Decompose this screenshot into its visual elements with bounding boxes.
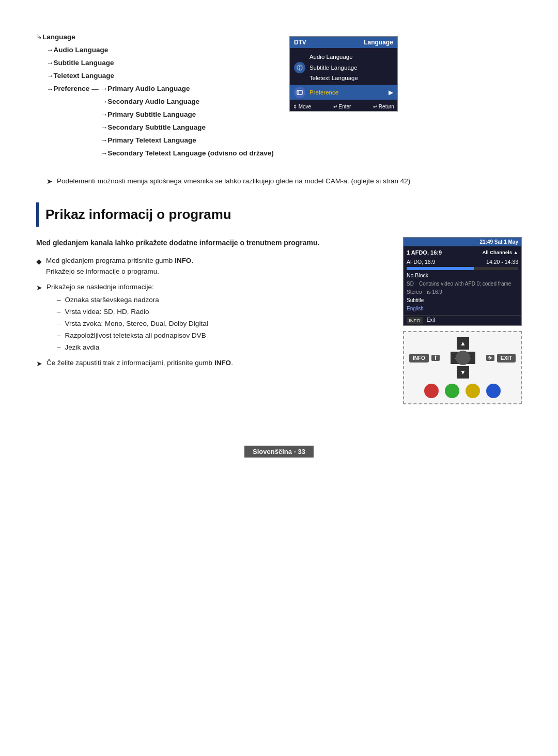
- note2-block: ➤ Prikažejo se naslednje informacije: –O…: [36, 282, 393, 354]
- text-content: Med gledanjem kanala lahko prikažete dod…: [36, 237, 393, 404]
- dtv-arrow-indicator: ▶: [389, 89, 393, 96]
- exit-label: EXIT: [497, 354, 516, 363]
- svg-rect-3: [297, 90, 302, 94]
- prog-info-box: 21:49 Sat 1 May 1 AFDO, 16:9 All Channel…: [403, 237, 522, 326]
- note2-item-2: Vrsta videa: SD, HD, Radio: [65, 306, 149, 318]
- note1-text: Podelementi možnosti menija splošnega vm…: [57, 176, 410, 187]
- color-btn-red: [424, 384, 439, 398]
- prog-channel: 1 AFDO, 16:9: [407, 248, 442, 258]
- remote-color-btns: [424, 384, 501, 398]
- prog-btn-exit: Exit: [427, 317, 436, 324]
- prog-bar-container: [407, 267, 518, 270]
- dtv-footer: ⇕ Move ↵ Enter ↩ Return: [290, 102, 397, 111]
- main-content: Med gledanjem kanala lahko prikažete dod…: [36, 237, 522, 404]
- page-number: Slovenščina - 33: [244, 446, 314, 458]
- note2-item-4: Razpoložljivost teleteksta ali podnapiso…: [65, 330, 206, 342]
- tree-item-audio: Audio Language: [54, 44, 109, 57]
- prog-sd: SD: [407, 280, 414, 288]
- intro-text: Med gledanjem kanala lahko prikažete dod…: [36, 239, 319, 247]
- note2-heading: Prikažejo se naslednje informacije:: [47, 283, 154, 291]
- tree-pref-5: Primary Teletext Language: [107, 134, 196, 147]
- prog-contains: Contains video with AFD 0; coded frame: [419, 280, 511, 288]
- prog-audio: Stereo: [407, 288, 422, 296]
- note3-arrow: ➤: [36, 358, 42, 369]
- tree-pref-2: Secondary Audio Language: [107, 96, 199, 108]
- dtv-menu-subtitle: Subtitle Language: [309, 62, 393, 73]
- note3-block: ➤ Če želite zapustiti trak z informacija…: [36, 358, 393, 369]
- note2-item-3: Vrsta zvoka: Mono, Stereo, Dual, Dolby D…: [65, 318, 208, 330]
- note1-arrow: ➤: [47, 176, 53, 187]
- color-btn-green: [445, 384, 459, 398]
- note1-section: ➤ Podelementi možnosti menija splošnega …: [47, 176, 522, 187]
- tree-pref-3: Primary Subtitle Language: [107, 108, 196, 121]
- language-tree-section: ↳ Language → Audio Language → Subtitle L…: [36, 31, 522, 160]
- remote-box: INFO ▲ ▼ ◄ ►: [403, 331, 522, 404]
- intro-paragraph: Med gledanjem kanala lahko prikažete dod…: [36, 237, 393, 248]
- right-screenshots: 21:49 Sat 1 May 1 AFDO, 16:9 All Channel…: [403, 237, 522, 404]
- svg-point-6: [435, 356, 436, 357]
- prog-body: 1 AFDO, 16:9 All Channels ▲ AFDO, 16:9 1…: [404, 246, 521, 315]
- prog-audio-row: Stereo is 16:9: [407, 288, 518, 296]
- prog-time: 21:49 Sat 1 May: [480, 239, 519, 245]
- svg-point-1: [299, 66, 300, 68]
- prog-sub-channel: AFDO, 16:9: [407, 258, 435, 266]
- dtv-title-right: Language: [364, 39, 393, 46]
- dtv-enter-label: ↵ Enter: [333, 104, 351, 109]
- info-label: INFO: [409, 354, 429, 363]
- info-btn-group: INFO: [409, 354, 440, 363]
- prog-lang-row: English: [407, 305, 518, 313]
- svg-rect-2: [299, 68, 300, 70]
- bullet-diamond-1: ◆: [36, 256, 42, 277]
- dtv-icon-2: [294, 87, 305, 98]
- prog-channel-right: All Channels ▲: [482, 248, 518, 258]
- prog-subtitle-row: Subtitle: [407, 296, 518, 305]
- info-icon: [431, 354, 440, 361]
- prog-block-row: No Block: [407, 271, 518, 280]
- note3-text: Če želite zapustiti trak z informacijami…: [47, 358, 233, 369]
- note2-item-5: Jezik avdia: [65, 342, 100, 354]
- dtv-menu-teletext: Teletext Language: [309, 73, 393, 84]
- dtv-title-left: DTV: [294, 39, 306, 46]
- tree-pref-1: Primary Audio Language: [107, 83, 190, 96]
- nav-cross: ▲ ▼ ◄ ►: [451, 337, 475, 379]
- prog-lang: English: [407, 306, 424, 311]
- tree-item-teletext: Teletext Language: [54, 70, 115, 83]
- dtv-return-label: ↩ Return: [373, 104, 394, 109]
- dtv-menu-items-group1: Audio Language Subtitle Language Teletex…: [309, 52, 393, 84]
- note2-item-1: Oznaka starševskega nadzora: [65, 294, 159, 306]
- page-footer: Slovenščina - 33: [36, 446, 522, 468]
- dtv-icon-1: [294, 62, 305, 73]
- tree-pref-6: Secondary Teletext Language (odvisno od …: [107, 147, 274, 160]
- tree-root-label: Language: [42, 31, 75, 44]
- prog-block: No Block: [407, 271, 428, 280]
- tree-pref-4: Secondary Subtitle Language: [107, 121, 206, 134]
- exit-icon: [486, 354, 495, 361]
- prog-is169: is 16:9: [427, 288, 442, 296]
- dtv-menu-audio: Audio Language: [309, 52, 393, 62]
- tree-item-subtitle: Subtitle Language: [54, 57, 114, 70]
- dtv-move-label: ⇕ Move: [293, 104, 311, 109]
- dtv-menu-preference: Preference: [309, 87, 384, 98]
- prog-subtitle-label: Subtitle: [407, 297, 424, 303]
- prog-time-range: 14:20 - 14:33: [486, 258, 518, 266]
- prog-header: 21:49 Sat 1 May: [404, 238, 521, 246]
- dtv-preference-row: Preference: [309, 87, 384, 98]
- note2-list: –Oznaka starševskega nadzora –Vrsta vide…: [57, 294, 208, 354]
- bullet1-text: Med gledanjem programa pritisnite gumb I…: [46, 256, 193, 277]
- note2-content: Prikažejo se naslednje informacije: –Ozn…: [47, 282, 208, 354]
- color-btn-yellow: [466, 384, 480, 398]
- tree-diagram: ↳ Language → Audio Language → Subtitle L…: [36, 31, 274, 160]
- prog-bar-fill: [407, 267, 474, 270]
- remote-top-row: INFO ▲ ▼ ◄ ►: [409, 337, 516, 379]
- section-heading: Prikaz informacij o programu: [36, 202, 522, 227]
- exit-btn-group: EXIT: [486, 354, 516, 363]
- prog-sub-channel-row: AFDO, 16:9 14:20 - 14:33: [407, 258, 518, 266]
- prog-footer: INFO Exit: [404, 315, 521, 325]
- prog-btn-info: INFO: [407, 317, 423, 324]
- prog-desc-row: SD Contains video with AFD 0; coded fram…: [407, 280, 518, 288]
- bullet1-section: ◆ Med gledanjem programa pritisnite gumb…: [36, 256, 393, 277]
- note2-arrow: ➤: [36, 282, 42, 354]
- color-btn-blue: [486, 384, 501, 398]
- svg-rect-7: [435, 357, 436, 360]
- tree-item-preference: Preference: [54, 83, 90, 96]
